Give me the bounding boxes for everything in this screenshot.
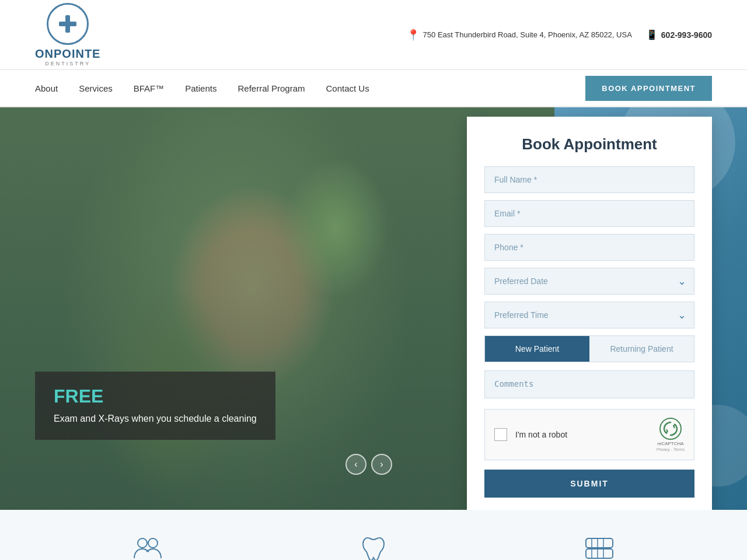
logo: ONPOINTE DENTISTRY	[35, 3, 100, 66]
hero-section: FREE Exam and X-Rays when you schedule a…	[0, 107, 747, 510]
header-contact: 📍 750 East Thunderbird Road, Suite 4, Ph…	[407, 29, 712, 41]
full-name-input[interactable]	[484, 166, 694, 193]
hero-free-label: FREE	[54, 386, 257, 407]
svg-point-2	[148, 538, 158, 548]
hero-description: Exam and X-Rays when you schedule a clea…	[54, 412, 257, 426]
nav-referral[interactable]: Referral Program	[238, 83, 305, 93]
phone-icon: 📱	[646, 29, 658, 40]
preferred-date-wrapper: Preferred Date ⌄	[484, 268, 694, 295]
location-icon: 📍	[407, 29, 420, 41]
bottom-icons-section	[0, 510, 747, 560]
phone-number: 602-993-9600	[661, 30, 712, 40]
header-address: 📍 750 East Thunderbird Road, Suite 4, Ph…	[407, 29, 632, 41]
bottom-people-icon	[133, 533, 162, 560]
svg-point-1	[138, 538, 147, 548]
captcha-widget: I'm not a robot reCAPTCHA Privacy - Term…	[484, 409, 694, 460]
preferred-date-select[interactable]: Preferred Date	[484, 268, 694, 295]
preferred-time-wrapper: Preferred Time ⌄	[484, 302, 694, 328]
phone-input[interactable]	[484, 234, 694, 261]
patient-type-toggle: New Patient Returning Patient	[484, 335, 694, 362]
nav-contact[interactable]: Contact Us	[326, 83, 369, 93]
form-title: Book Appointment	[484, 135, 694, 153]
logo-sub: DENTISTRY	[45, 61, 90, 66]
bottom-tooth-icon	[359, 533, 388, 560]
preferred-time-select[interactable]: Preferred Time	[484, 302, 694, 328]
logo-cross-icon	[57, 13, 78, 34]
captcha-checkbox[interactable]	[494, 428, 507, 441]
nav-bfaf[interactable]: BFAF™	[134, 83, 165, 93]
header: ONPOINTE DENTISTRY 📍 750 East Thunderbir…	[0, 0, 747, 70]
captcha-label: I'm not a robot	[515, 430, 648, 439]
carousel-next-button[interactable]: ›	[371, 454, 392, 475]
nav-about[interactable]: About	[35, 83, 58, 93]
bottom-icon-1	[133, 533, 162, 560]
bottom-teeth-icon	[585, 533, 614, 560]
comments-textarea[interactable]	[484, 370, 694, 398]
svg-rect-3	[586, 538, 613, 548]
svg-rect-4	[586, 549, 613, 558]
hero-promo-overlay: FREE Exam and X-Rays when you schedule a…	[35, 372, 275, 440]
header-phone: 📱 602-993-9600	[646, 29, 712, 40]
recaptcha-sub-text: Privacy - Terms	[657, 447, 685, 452]
address-text: 750 East Thunderbird Road, Suite 4, Phoe…	[423, 30, 632, 39]
carousel-prev-button[interactable]: ‹	[345, 454, 366, 475]
recaptcha-brand-text: reCAPTCHA	[657, 441, 683, 446]
nav-patients[interactable]: Patients	[185, 83, 217, 93]
appointment-form: Book Appointment Preferred Date ⌄ Prefer…	[467, 117, 712, 510]
returning-patient-button[interactable]: Returning Patient	[589, 336, 694, 362]
email-input[interactable]	[484, 200, 694, 227]
submit-button[interactable]: SUBMIT	[484, 470, 694, 498]
book-appointment-button[interactable]: BOOK APPOINTMENT	[585, 76, 712, 101]
logo-name: ONPOINTE	[35, 47, 100, 61]
new-patient-button[interactable]: New Patient	[485, 336, 589, 362]
carousel-controls: ‹ ›	[345, 454, 392, 475]
bottom-icon-2	[359, 533, 388, 560]
recaptcha-logo: reCAPTCHA Privacy - Terms	[657, 418, 685, 452]
logo-circle	[47, 3, 89, 45]
recaptcha-icon	[659, 418, 682, 440]
bottom-icon-3	[585, 533, 614, 560]
svg-point-0	[660, 418, 681, 439]
nav-services[interactable]: Services	[79, 83, 113, 93]
navbar: About Services BFAF™ Patients Referral P…	[0, 70, 747, 107]
nav-links: About Services BFAF™ Patients Referral P…	[35, 83, 369, 93]
